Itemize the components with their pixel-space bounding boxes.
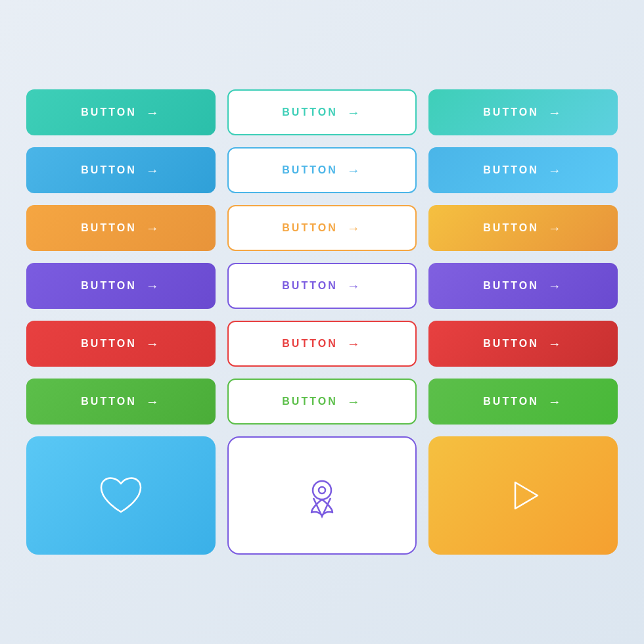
button-blue-filled[interactable]: BUTTON → (26, 147, 216, 193)
svg-point-1 (319, 487, 325, 494)
button-label: BUTTON (81, 222, 136, 234)
button-purple-filled[interactable]: BUTTON → (26, 263, 216, 309)
button-teal-gradient[interactable]: BUTTON → (428, 89, 618, 135)
button-label: BUTTON (282, 106, 337, 118)
button-play[interactable] (428, 436, 618, 555)
arrow-icon: → (548, 394, 563, 409)
button-teal-outline[interactable]: BUTTON → (227, 89, 417, 135)
arrow-icon: → (347, 163, 362, 178)
button-orange-gradient[interactable]: BUTTON → (428, 205, 618, 251)
button-label: BUTTON (483, 338, 538, 350)
arrow-icon: → (347, 394, 362, 409)
button-label: BUTTON (282, 396, 337, 407)
button-orange-outline[interactable]: BUTTON → (227, 205, 417, 251)
arrow-icon: → (347, 279, 362, 294)
arrow-icon: → (548, 105, 563, 120)
button-label: BUTTON (282, 222, 337, 234)
button-label: BUTTON (81, 106, 136, 118)
button-label: BUTTON (81, 396, 136, 407)
arrow-icon: → (146, 105, 161, 120)
arrow-icon: → (548, 221, 563, 236)
button-red-outline[interactable]: BUTTON → (227, 321, 417, 367)
button-label: BUTTON (483, 280, 538, 292)
arrow-icon: → (347, 105, 362, 120)
heart-icon (95, 469, 147, 522)
arrow-icon: → (146, 221, 161, 236)
button-label: BUTTON (81, 338, 136, 350)
button-teal-filled[interactable]: BUTTON → (26, 89, 216, 135)
button-green-filled[interactable]: BUTTON → (26, 379, 216, 425)
arrow-icon: → (146, 336, 161, 352)
button-label: BUTTON (282, 338, 337, 350)
pin-icon (296, 469, 348, 522)
arrow-icon: → (548, 163, 563, 178)
button-label: BUTTON (81, 164, 136, 176)
button-heart[interactable] (26, 436, 216, 555)
play-icon (497, 469, 549, 522)
svg-point-0 (313, 481, 331, 499)
button-red-gradient[interactable]: BUTTON → (428, 321, 618, 367)
arrow-icon: → (146, 394, 161, 409)
arrow-icon: → (146, 279, 161, 294)
button-label: BUTTON (483, 396, 538, 407)
button-label: BUTTON (81, 280, 136, 292)
button-pin[interactable] (227, 436, 417, 555)
arrow-icon: → (347, 221, 362, 236)
button-orange-filled[interactable]: BUTTON → (26, 205, 216, 251)
button-label: BUTTON (483, 164, 538, 176)
button-green-gradient[interactable]: BUTTON → (428, 379, 618, 425)
button-label: BUTTON (282, 280, 337, 292)
button-purple-gradient[interactable]: BUTTON → (428, 263, 618, 309)
button-grid: BUTTON → BUTTON → BUTTON → BUTTON → BUTT… (0, 63, 644, 581)
button-red-filled[interactable]: BUTTON → (26, 321, 216, 367)
button-blue-outline[interactable]: BUTTON → (227, 147, 417, 193)
button-blue-gradient[interactable]: BUTTON → (428, 147, 618, 193)
arrow-icon: → (548, 336, 563, 352)
arrow-icon: → (347, 336, 362, 352)
button-label: BUTTON (483, 222, 538, 234)
button-label: BUTTON (483, 106, 538, 118)
button-purple-outline[interactable]: BUTTON → (227, 263, 417, 309)
arrow-icon: → (548, 279, 563, 294)
button-label: BUTTON (282, 164, 337, 176)
arrow-icon: → (146, 163, 161, 178)
button-green-outline[interactable]: BUTTON → (227, 379, 417, 425)
